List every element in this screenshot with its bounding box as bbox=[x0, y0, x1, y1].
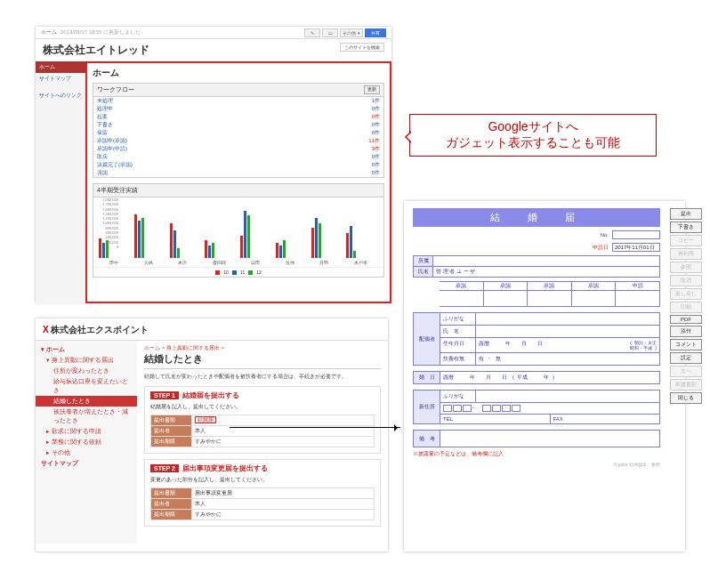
gs-side-sitemap[interactable]: サイトマップ bbox=[36, 73, 85, 85]
xp-breadcrumb: ホーム > 身上異動に関する届出 > bbox=[144, 344, 381, 352]
fax-label: FAX bbox=[551, 415, 660, 423]
pencil-icon[interactable]: ✎ bbox=[304, 28, 320, 37]
form-btn-コピー: コピー bbox=[670, 235, 702, 246]
shimei-field[interactable] bbox=[476, 326, 659, 337]
gs-sidebar: ホーム サイトマップ サイトへのリンク bbox=[36, 61, 85, 303]
workflow-row[interactable]: 保留0件 bbox=[93, 129, 383, 137]
workflow-title: ワークフロー bbox=[97, 85, 134, 94]
step1-title: 結婚届を提出する bbox=[182, 391, 239, 399]
gs-site-title: 株式会社エイトレッド bbox=[43, 44, 149, 56]
step2-sub: 変更のあった部分を記入し、提出してください。 bbox=[150, 476, 375, 484]
xpoint-panel: X 株式会社エクスポイント ▾ ホーム ▾ 身上異動に関する届出 住所が変わった… bbox=[36, 318, 388, 552]
step2-title: 届出事項変更届を提出する bbox=[182, 464, 268, 472]
step1-sub: 結婚届を記入し、提出してください。 bbox=[150, 403, 375, 411]
approval-stamp-cell[interactable] bbox=[572, 291, 617, 307]
xp-side-cat4[interactable]: ▸ その他 bbox=[36, 447, 137, 458]
tel-label: TEL bbox=[440, 415, 551, 423]
approval-header-cell: 承認 bbox=[440, 281, 484, 291]
mdate-key: 婚 日 bbox=[414, 372, 440, 383]
gadget-heading: ホーム bbox=[93, 67, 384, 79]
step-row: 提出者本人 bbox=[151, 499, 375, 510]
form-btn-PDF[interactable]: PDF bbox=[670, 315, 702, 324]
xp-side-cat3[interactable]: ▸ 業務に関する依頼 bbox=[36, 437, 137, 447]
no-field[interactable] bbox=[612, 230, 660, 239]
workflow-row[interactable]: 取戻0件 bbox=[93, 153, 383, 161]
xp-side-sitemap[interactable]: サイトマップ bbox=[36, 458, 137, 469]
approval-stamps bbox=[413, 291, 660, 307]
form-btn-参照: 参照 bbox=[670, 262, 702, 273]
form-btn-設定[interactable]: 設定 bbox=[670, 352, 702, 364]
chart-legend: 101112 bbox=[93, 267, 383, 277]
form-title: 結 婚 届 bbox=[413, 208, 660, 227]
mdate-section: 婚 日 西暦 年 月 日 ( 平成 年 ) bbox=[413, 371, 660, 384]
form-btn-コメント[interactable]: コメント bbox=[670, 339, 702, 350]
remarks-section: 備 考 bbox=[413, 430, 660, 447]
remarks-key: 備 考 bbox=[414, 431, 440, 447]
more-button[interactable]: その他 ▾ bbox=[340, 28, 363, 37]
workflow-row[interactable]: 起案0件 bbox=[93, 113, 383, 121]
furigana-field[interactable] bbox=[476, 313, 659, 325]
xp-side-home[interactable]: ▾ ホーム bbox=[36, 344, 137, 355]
approval-stamp-cell[interactable] bbox=[528, 291, 572, 307]
bubble-line1: Googleサイトへ bbox=[488, 119, 577, 135]
approval-header-cell: 承認 bbox=[572, 281, 617, 291]
postal-field[interactable]: - bbox=[440, 403, 659, 414]
gs-updated: 2013/03/17 18:55 に更新しました bbox=[61, 28, 141, 36]
applicant-table: 所属 氏名管 理 者 ユ ー ザ bbox=[413, 255, 660, 278]
mdate-field[interactable]: 西暦 年 月 日 ( 平成 年 ) bbox=[440, 372, 659, 383]
xp-side-c1a[interactable]: 住所が変わったとき bbox=[36, 366, 137, 376]
form-btn-閉じる[interactable]: 閉じる bbox=[670, 392, 702, 404]
xp-side-cat1[interactable]: ▾ 身上異動に関する届出 bbox=[36, 355, 137, 366]
name-field[interactable]: 管 理 者 ユ ー ザ bbox=[433, 267, 659, 277]
workflow-row[interactable]: 否認0件 bbox=[93, 169, 383, 177]
xp-side-c1b[interactable]: 給与振込口座を変えたいとき bbox=[36, 376, 137, 396]
date-field[interactable]: 2017年11月01日 bbox=[612, 243, 660, 252]
xp-side-cat2[interactable]: ▸ 欲求に関する申請 bbox=[36, 426, 137, 437]
birth-field[interactable]: 西暦 年 月 日 ( 明治・大正 昭和・平成 ) bbox=[476, 338, 659, 352]
approval-header-cell: 申請 bbox=[616, 281, 660, 291]
chart-group bbox=[311, 218, 343, 258]
page-icon[interactable]: ▭ bbox=[322, 28, 338, 37]
approval-stamp-cell[interactable] bbox=[440, 291, 484, 307]
form-btn-取消: 取消 bbox=[670, 275, 702, 286]
xp-desc: 結婚して氏名が変わったときや配偶者を被扶養者にする場合は、手続きが必要です。 bbox=[144, 373, 381, 381]
no-label: No. bbox=[601, 232, 609, 238]
dep-field[interactable]: 有 ・ 無 bbox=[476, 353, 659, 365]
chart-group bbox=[205, 240, 237, 258]
approval-stamp-cell[interactable] bbox=[484, 291, 528, 307]
xp-company: 株式会社エクスポイント bbox=[51, 325, 149, 334]
update-button[interactable]: 更新 bbox=[364, 85, 380, 94]
spouse-key: 配偶者 bbox=[414, 313, 440, 365]
approval-stamp-cell[interactable] bbox=[616, 291, 660, 307]
xp-main: ホーム > 身上異動に関する届出 > 結婚したとき 結婚して氏名が変わったときや… bbox=[137, 341, 388, 544]
shimei-key: 氏 名 bbox=[440, 326, 476, 337]
remarks-field[interactable] bbox=[440, 431, 659, 447]
xp-header: X 株式会社エクスポイント bbox=[36, 318, 388, 341]
name-key: 氏名 bbox=[414, 267, 433, 277]
step-row: 提出書類届出事項変更届 bbox=[151, 488, 375, 499]
addr-furigana-field[interactable] bbox=[476, 391, 659, 402]
workflow-row[interactable]: 承認中(申請)3件 bbox=[93, 145, 383, 153]
xp-side-c1d[interactable]: 被扶養者が増えたとき・減ったとき bbox=[36, 407, 137, 426]
gs-side-home[interactable]: ホーム bbox=[36, 61, 85, 73]
affil-field[interactable] bbox=[433, 256, 659, 267]
step1-badge: STEP 1 bbox=[150, 391, 179, 399]
search-input[interactable]: このサイトを検索 bbox=[340, 43, 384, 52]
workflow-row[interactable]: 承認中(承認)11件 bbox=[93, 137, 383, 145]
link-arrow bbox=[230, 427, 400, 428]
doc-link[interactable]: 結婚届 bbox=[195, 416, 216, 423]
chart-box: 4半期受注実績 2,000,0001,700,0001,600,0001,400… bbox=[93, 183, 384, 278]
workflow-row[interactable]: 未処理1件 bbox=[93, 97, 383, 105]
form-btn-下書き[interactable]: 下書き bbox=[670, 222, 702, 233]
workflow-row[interactable]: 下書き0件 bbox=[93, 121, 383, 129]
share-button[interactable]: 共有 bbox=[365, 28, 386, 37]
chart-group bbox=[276, 240, 308, 258]
addr-key: 新住所 bbox=[414, 391, 440, 423]
gs-side-recent[interactable]: サイトへのリンク bbox=[36, 90, 85, 101]
form-btn-提出[interactable]: 提出 bbox=[670, 208, 702, 220]
chart-group bbox=[346, 226, 378, 258]
workflow-row[interactable]: 処理中0件 bbox=[93, 105, 383, 113]
form-btn-添付[interactable]: 添付 bbox=[670, 326, 702, 337]
xp-side-c1c-active[interactable]: 結婚したとき bbox=[36, 396, 137, 407]
workflow-row[interactable]: 決裁完了(承認)0件 bbox=[93, 161, 383, 169]
